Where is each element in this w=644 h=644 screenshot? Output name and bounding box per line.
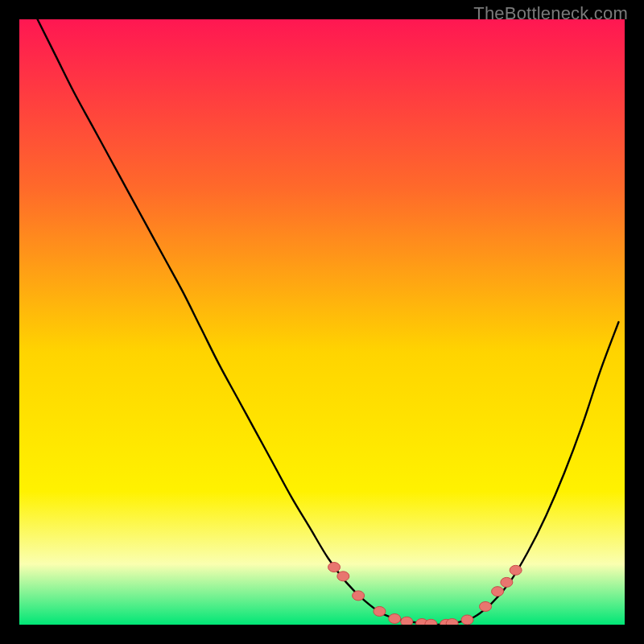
marker-point: [328, 563, 341, 572]
marker-point: [461, 615, 473, 625]
marker-point: [353, 591, 365, 601]
marker-point: [492, 587, 504, 597]
marker-point: [401, 617, 413, 625]
watermark-text: TheBottleneck.com: [473, 3, 628, 24]
marker-point: [389, 613, 401, 623]
marker-point: [374, 606, 386, 616]
gradient-background: [19, 19, 625, 625]
marker-point: [337, 572, 349, 581]
marker-point: [446, 619, 458, 625]
marker-point: [501, 577, 513, 587]
chart-svg: [19, 19, 625, 625]
chart-frame: [19, 19, 625, 625]
marker-point: [480, 601, 492, 611]
marker-point: [510, 565, 522, 575]
